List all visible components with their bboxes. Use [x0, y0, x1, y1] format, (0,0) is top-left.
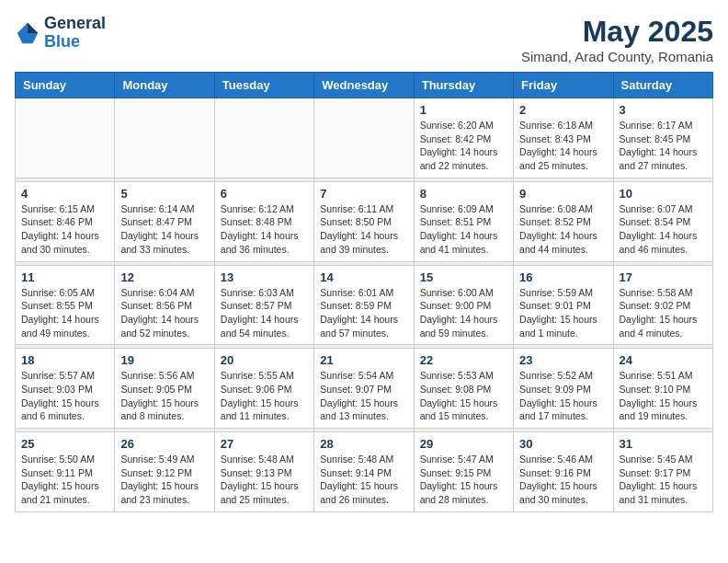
day-number: 6: [221, 187, 308, 201]
day-number: 17: [620, 270, 707, 284]
day-number: 30: [519, 437, 607, 451]
weekday-header-monday: Monday: [115, 73, 214, 98]
calendar-cell: 9Sunrise: 6:08 AM Sunset: 8:52 PM Daylig…: [514, 181, 613, 261]
day-number: 31: [620, 437, 707, 451]
day-number: 13: [221, 270, 308, 284]
calendar-cell: 19Sunrise: 5:56 AM Sunset: 9:05 PM Dayli…: [115, 349, 214, 429]
day-info: Sunrise: 5:45 AM Sunset: 9:17 PM Dayligh…: [620, 453, 707, 507]
calendar-cell: 27Sunrise: 5:48 AM Sunset: 9:13 PM Dayli…: [214, 432, 313, 512]
weekday-header-row: SundayMondayTuesdayWednesdayThursdayFrid…: [16, 73, 713, 98]
calendar-cell: 20Sunrise: 5:55 AM Sunset: 9:06 PM Dayli…: [214, 349, 313, 429]
day-number: 10: [620, 187, 707, 201]
calendar-cell: [16, 98, 115, 178]
day-number: 11: [21, 270, 108, 284]
day-number: 12: [120, 270, 208, 284]
calendar-cell: 21Sunrise: 5:54 AM Sunset: 9:07 PM Dayli…: [314, 349, 414, 429]
day-info: Sunrise: 5:53 AM Sunset: 9:08 PM Dayligh…: [420, 369, 507, 423]
day-number: 5: [120, 187, 208, 201]
calendar-cell: 14Sunrise: 6:01 AM Sunset: 8:59 PM Dayli…: [314, 265, 414, 345]
calendar-cell: 4Sunrise: 6:15 AM Sunset: 8:46 PM Daylig…: [16, 181, 115, 261]
logo-text: General Blue: [44, 15, 106, 52]
day-info: Sunrise: 5:58 AM Sunset: 9:02 PM Dayligh…: [620, 286, 707, 340]
calendar-cell: [214, 98, 313, 178]
day-info: Sunrise: 5:51 AM Sunset: 9:10 PM Dayligh…: [620, 369, 707, 423]
day-number: 9: [519, 187, 607, 201]
calendar-cell: 5Sunrise: 6:14 AM Sunset: 8:47 PM Daylig…: [115, 181, 214, 261]
day-number: 8: [420, 187, 507, 201]
calendar-cell: 17Sunrise: 5:58 AM Sunset: 9:02 PM Dayli…: [613, 265, 712, 345]
day-number: 27: [221, 437, 308, 451]
day-number: 2: [519, 103, 607, 117]
day-info: Sunrise: 5:50 AM Sunset: 9:11 PM Dayligh…: [21, 453, 108, 507]
week-row-5: 25Sunrise: 5:50 AM Sunset: 9:11 PM Dayli…: [16, 432, 713, 512]
weekday-header-saturday: Saturday: [613, 73, 712, 98]
day-info: Sunrise: 6:20 AM Sunset: 8:42 PM Dayligh…: [420, 119, 507, 173]
weekday-header-wednesday: Wednesday: [314, 73, 414, 98]
calendar-cell: 31Sunrise: 5:45 AM Sunset: 9:17 PM Dayli…: [613, 432, 712, 512]
day-info: Sunrise: 6:18 AM Sunset: 8:43 PM Dayligh…: [519, 119, 607, 173]
logo: General Blue: [15, 15, 106, 52]
day-info: Sunrise: 5:59 AM Sunset: 9:01 PM Dayligh…: [519, 286, 607, 340]
day-number: 23: [519, 353, 607, 367]
calendar-cell: 25Sunrise: 5:50 AM Sunset: 9:11 PM Dayli…: [16, 432, 115, 512]
day-info: Sunrise: 5:57 AM Sunset: 9:03 PM Dayligh…: [21, 369, 108, 423]
day-info: Sunrise: 6:01 AM Sunset: 8:59 PM Dayligh…: [320, 286, 407, 340]
week-row-1: 1Sunrise: 6:20 AM Sunset: 8:42 PM Daylig…: [16, 98, 713, 178]
day-number: 29: [420, 437, 507, 451]
calendar-cell: 26Sunrise: 5:49 AM Sunset: 9:12 PM Dayli…: [115, 432, 214, 512]
day-number: 28: [320, 437, 407, 451]
calendar-cell: 16Sunrise: 5:59 AM Sunset: 9:01 PM Dayli…: [514, 265, 613, 345]
day-number: 22: [420, 353, 507, 367]
calendar-cell: 13Sunrise: 6:03 AM Sunset: 8:57 PM Dayli…: [214, 265, 313, 345]
day-info: Sunrise: 6:03 AM Sunset: 8:57 PM Dayligh…: [221, 286, 308, 340]
day-number: 3: [620, 103, 707, 117]
svg-marker-1: [28, 23, 38, 33]
weekday-header-thursday: Thursday: [414, 73, 513, 98]
calendar-cell: 22Sunrise: 5:53 AM Sunset: 9:08 PM Dayli…: [414, 349, 513, 429]
calendar-cell: [115, 98, 214, 178]
calendar-cell: 12Sunrise: 6:04 AM Sunset: 8:56 PM Dayli…: [115, 265, 214, 345]
day-info: Sunrise: 5:47 AM Sunset: 9:15 PM Dayligh…: [420, 453, 507, 507]
calendar-cell: 8Sunrise: 6:09 AM Sunset: 8:51 PM Daylig…: [414, 181, 513, 261]
day-number: 1: [420, 103, 507, 117]
calendar-cell: 11Sunrise: 6:05 AM Sunset: 8:55 PM Dayli…: [16, 265, 115, 345]
main-title: May 2025: [521, 15, 713, 49]
calendar-cell: [314, 98, 414, 178]
calendar-cell: 2Sunrise: 6:18 AM Sunset: 8:43 PM Daylig…: [514, 98, 613, 178]
header: General Blue May 2025 Simand, Arad Count…: [15, 15, 713, 64]
day-number: 24: [620, 353, 707, 367]
day-info: Sunrise: 6:14 AM Sunset: 8:47 PM Dayligh…: [120, 202, 208, 257]
weekday-header-friday: Friday: [514, 73, 613, 98]
day-info: Sunrise: 6:00 AM Sunset: 9:00 PM Dayligh…: [420, 286, 507, 340]
day-info: Sunrise: 6:07 AM Sunset: 8:54 PM Dayligh…: [620, 202, 707, 257]
calendar-cell: 10Sunrise: 6:07 AM Sunset: 8:54 PM Dayli…: [613, 181, 712, 261]
day-number: 7: [320, 187, 407, 201]
day-number: 21: [320, 353, 407, 367]
day-info: Sunrise: 5:52 AM Sunset: 9:09 PM Dayligh…: [519, 369, 607, 423]
weekday-header-sunday: Sunday: [16, 73, 115, 98]
calendar-cell: 7Sunrise: 6:11 AM Sunset: 8:50 PM Daylig…: [314, 181, 414, 261]
day-info: Sunrise: 6:11 AM Sunset: 8:50 PM Dayligh…: [320, 202, 407, 257]
calendar-cell: 29Sunrise: 5:47 AM Sunset: 9:15 PM Dayli…: [414, 432, 513, 512]
day-info: Sunrise: 5:46 AM Sunset: 9:16 PM Dayligh…: [519, 453, 607, 507]
day-number: 14: [320, 270, 407, 284]
day-info: Sunrise: 6:15 AM Sunset: 8:46 PM Dayligh…: [21, 202, 108, 257]
calendar-cell: 30Sunrise: 5:46 AM Sunset: 9:16 PM Dayli…: [514, 432, 613, 512]
day-info: Sunrise: 5:55 AM Sunset: 9:06 PM Dayligh…: [221, 369, 308, 423]
week-row-4: 18Sunrise: 5:57 AM Sunset: 9:03 PM Dayli…: [16, 349, 713, 429]
calendar-cell: 24Sunrise: 5:51 AM Sunset: 9:10 PM Dayli…: [613, 349, 712, 429]
title-area: May 2025 Simand, Arad County, Romania: [521, 15, 713, 64]
day-info: Sunrise: 6:08 AM Sunset: 8:52 PM Dayligh…: [519, 202, 607, 257]
week-row-2: 4Sunrise: 6:15 AM Sunset: 8:46 PM Daylig…: [16, 181, 713, 261]
calendar-cell: 28Sunrise: 5:48 AM Sunset: 9:14 PM Dayli…: [314, 432, 414, 512]
day-number: 25: [21, 437, 108, 451]
day-info: Sunrise: 5:48 AM Sunset: 9:13 PM Dayligh…: [221, 453, 308, 507]
day-number: 26: [120, 437, 208, 451]
day-info: Sunrise: 5:56 AM Sunset: 9:05 PM Dayligh…: [120, 369, 208, 423]
calendar-cell: 23Sunrise: 5:52 AM Sunset: 9:09 PM Dayli…: [514, 349, 613, 429]
calendar-cell: 15Sunrise: 6:00 AM Sunset: 9:00 PM Dayli…: [414, 265, 513, 345]
calendar-cell: 6Sunrise: 6:12 AM Sunset: 8:48 PM Daylig…: [214, 181, 313, 261]
calendar-cell: 3Sunrise: 6:17 AM Sunset: 8:45 PM Daylig…: [613, 98, 712, 178]
day-info: Sunrise: 6:12 AM Sunset: 8:48 PM Dayligh…: [221, 202, 308, 257]
day-info: Sunrise: 5:49 AM Sunset: 9:12 PM Dayligh…: [120, 453, 208, 507]
